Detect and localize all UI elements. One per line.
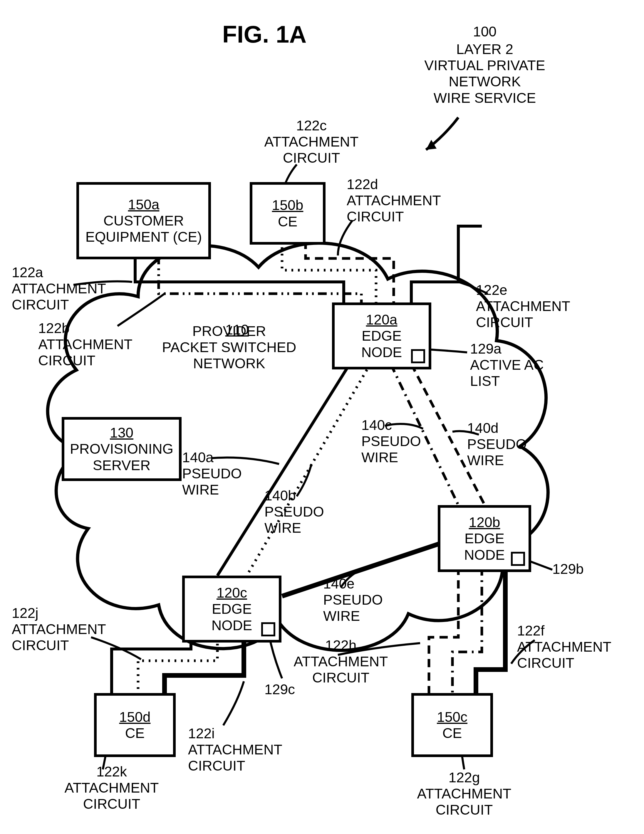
- ac-122f: [476, 567, 505, 693]
- overall-arrow: [426, 118, 458, 150]
- overall-label: LAYER 2 VIRTUAL PRIVATE NETWORK WIRE SER…: [403, 41, 567, 106]
- ce-150c: 150c CE: [411, 693, 493, 757]
- ac-122i: [165, 637, 244, 693]
- leader-122i: [223, 681, 244, 725]
- txt-140d: PSEUDO WIRE: [467, 436, 527, 468]
- arrow-head-icon: [426, 140, 437, 150]
- lbl-122h: 122h ATTACHMENT CIRCUIT: [282, 637, 400, 686]
- edge-120c-id: 120c: [217, 585, 247, 601]
- txt-122e: ATTACHMENT CIRCUIT: [476, 298, 570, 330]
- id-140b: 140b: [264, 488, 296, 503]
- txt-122i: ATTACHMENT CIRCUIT: [188, 742, 282, 774]
- id-122c: 122c: [296, 118, 327, 133]
- stub-122e: [458, 226, 482, 241]
- txt-122f: ATTACHMENT CIRCUIT: [517, 639, 612, 671]
- lbl-140b: 140b PSEUDO WIRE: [264, 488, 341, 536]
- id-122e: 122e: [476, 282, 507, 298]
- id-140d: 140d: [467, 420, 498, 436]
- ac-122g: [453, 567, 482, 693]
- edge-120c: 120c EDGE NODE: [182, 575, 282, 643]
- lbl-122a: 122a ATTACHMENT CIRCUIT: [12, 264, 118, 313]
- lbl-122c: 122c ATTACHMENT CIRCUIT: [256, 118, 367, 166]
- edge-120a: 120a EDGE NODE: [332, 302, 431, 369]
- figure-title: FIG. 1A: [191, 21, 338, 48]
- ac-122e: [411, 241, 458, 302]
- ce-150b-id: 150b: [272, 197, 304, 213]
- figure-page: FIG. 1A 100 LAYER 2 VIRTUAL PRIVATE NETW…: [0, 0, 644, 834]
- lbl-140c: 140c PSEUDO WIRE: [361, 417, 438, 466]
- aclist-129a-box: [411, 349, 425, 363]
- edge-120a-id: 120a: [366, 312, 398, 328]
- lbl-122b: 122b ATTACHMENT CIRCUIT: [38, 320, 144, 369]
- ac-122h: [429, 567, 458, 693]
- lbl-122k: 122k ATTACHMENT CIRCUIT: [53, 763, 170, 812]
- txt-122h: ATTACHMENT CIRCUIT: [294, 654, 388, 685]
- id-122f: 122f: [517, 623, 544, 638]
- id-140c: 140c: [361, 417, 392, 433]
- id-122k: 122k: [96, 764, 127, 779]
- txt-122k: ATTACHMENT CIRCUIT: [65, 780, 159, 812]
- ac-122c: [282, 241, 376, 302]
- edge-120b-id: 120b: [469, 514, 500, 530]
- lbl-129a: 129a ACTIVE AC LIST: [470, 341, 576, 390]
- ce-150d: 150d CE: [94, 693, 176, 757]
- ce-150c-label: CE: [442, 725, 462, 741]
- edge-120b: 120b EDGE NODE: [438, 505, 531, 572]
- lbl-122g: 122g ATTACHMENT CIRCUIT: [405, 769, 523, 818]
- id-122b: 122b: [38, 320, 70, 336]
- ce-150d-id: 150d: [119, 709, 151, 725]
- edge-120a-label: EDGE NODE: [361, 328, 402, 360]
- txt-140c: PSEUDO WIRE: [361, 433, 421, 465]
- txt-129a: ACTIVE AC LIST: [470, 357, 544, 389]
- edge-120b-label: EDGE NODE: [464, 530, 505, 562]
- id-129b: 129b: [552, 561, 584, 577]
- id-140a: 140a: [182, 449, 214, 465]
- id-122h: 122h: [325, 638, 357, 653]
- id-122j: 122j: [12, 605, 39, 621]
- lbl-129b: 129b: [552, 561, 611, 577]
- id-122d: 122d: [347, 176, 378, 192]
- pw-140b: [247, 364, 370, 575]
- overall-id: 100: [411, 24, 558, 40]
- prov-130-label: PROVISIONING SERVER: [70, 441, 173, 473]
- lbl-122i: 122i ATTACHMENT CIRCUIT: [188, 725, 306, 774]
- txt-122b: ATTACHMENT CIRCUIT: [38, 336, 133, 368]
- ce-150a-id: 150a: [128, 196, 160, 213]
- txt-122c: ATTACHMENT CIRCUIT: [264, 134, 359, 166]
- ce-150b: 150b CE: [250, 182, 325, 245]
- lbl-140a: 140a PSEUDO WIRE: [182, 449, 259, 498]
- txt-122j: ATTACHMENT CIRCUIT: [12, 621, 106, 653]
- ce-150d-label: CE: [125, 725, 145, 741]
- txt-140b: PSEUDO WIRE: [264, 504, 324, 536]
- leader-129a: [429, 349, 467, 352]
- ac-122a: [135, 255, 344, 302]
- id-122a: 122a: [12, 265, 43, 280]
- lbl-140e: 140e PSEUDO WIRE: [323, 575, 400, 624]
- txt-140e: PSEUDO WIRE: [323, 592, 383, 624]
- txt-122a: ATTACHMENT CIRCUIT: [12, 281, 106, 312]
- id-122g: 122g: [449, 770, 480, 785]
- ac-122b: [159, 255, 361, 302]
- prov-130-id: 130: [110, 425, 133, 441]
- txt-122g: ATTACHMENT CIRCUIT: [417, 786, 511, 818]
- lbl-140d: 140d PSEUDO WIRE: [467, 420, 544, 469]
- lbl-122f: 122f ATTACHMENT CIRCUIT: [517, 622, 629, 671]
- ce-150a-label: CUSTOMER EQUIPMENT (CE): [86, 213, 202, 245]
- ac-122j: [138, 637, 217, 693]
- id-129c: 129c: [264, 682, 295, 697]
- lbl-122d: 122d ATTACHMENT CIRCUIT: [347, 176, 458, 225]
- ac-122d: [306, 241, 394, 302]
- txt-140a: PSEUDO WIRE: [182, 466, 242, 498]
- id-122i: 122i: [188, 726, 215, 741]
- edge-120c-label: EDGE NODE: [212, 601, 252, 633]
- aclist-129b-box: [511, 552, 525, 566]
- leader-122d: [338, 220, 353, 255]
- id-129a: 129a: [470, 341, 502, 357]
- id-140e: 140e: [323, 576, 354, 592]
- lbl-129c: 129c: [264, 681, 323, 697]
- prov-130: 130 PROVISIONING SERVER: [62, 417, 181, 481]
- ce-150c-id: 150c: [437, 709, 468, 725]
- ce-150b-label: CE: [278, 213, 298, 230]
- lbl-122e: 122e ATTACHMENT CIRCUIT: [476, 282, 587, 331]
- ce-150a: 150a CUSTOMER EQUIPMENT (CE): [76, 182, 211, 259]
